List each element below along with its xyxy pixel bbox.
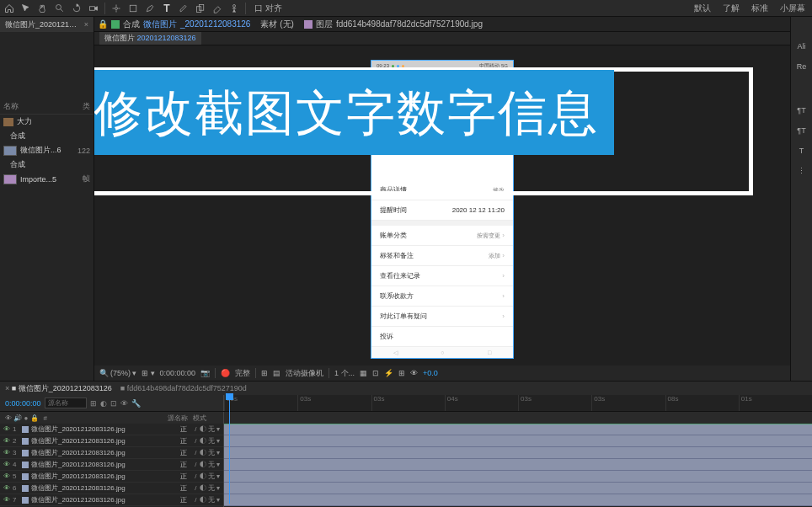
layer-bar[interactable] xyxy=(224,447,812,459)
text-icon[interactable]: T xyxy=(799,147,804,155)
pixel-aspect-button[interactable]: ⊡ xyxy=(372,369,379,377)
visibility-icon[interactable]: 👁 xyxy=(3,425,10,433)
snap-toggle[interactable]: 口 对齐 xyxy=(251,3,286,14)
timeline-layer[interactable]: 👁1微信图片_20201212083126.jpg正/◐ 无 ▾ xyxy=(0,424,223,435)
paragraph-icon[interactable]: ¶T xyxy=(797,106,805,115)
layer-color-icon[interactable] xyxy=(22,473,29,480)
hand-tool-icon[interactable] xyxy=(37,3,49,14)
pen-icon[interactable]: / xyxy=(195,472,196,480)
workspace-learn[interactable]: 了解 xyxy=(719,3,743,14)
layer-mode[interactable]: 正 xyxy=(180,472,192,481)
pen-icon[interactable]: / xyxy=(195,449,196,456)
timeline-layer[interactable]: 👁6微信图片_20201212083126.jpg正/◐ 无 ▾ xyxy=(0,483,223,494)
layer-color-icon[interactable] xyxy=(22,426,29,433)
pen-icon[interactable]: / xyxy=(195,496,196,504)
footage-viewer-tab[interactable]: 图层 fdd614b498daf78d2dc5df7527190d.jpg xyxy=(304,19,483,30)
workspace-small-screen[interactable]: 小屏幕 xyxy=(777,3,809,14)
rotate-tool-icon[interactable] xyxy=(71,3,83,14)
layer-viewer-tab[interactable]: 素材 (无) xyxy=(260,19,293,30)
snapshot-button[interactable]: 📷 xyxy=(200,369,210,377)
blend-dropdown[interactable]: ◐ 无 ▾ xyxy=(200,448,220,457)
magnification-dropdown[interactable]: 🔍 (75%) ▾ xyxy=(99,369,136,377)
home-icon[interactable] xyxy=(3,3,15,14)
visibility-icon[interactable]: 👁 xyxy=(3,437,10,445)
layer-mode[interactable]: 正 xyxy=(180,436,192,446)
layer-search-input[interactable] xyxy=(45,398,87,408)
timeline-tab[interactable]: × ■ 微信图片_20201212083126 xyxy=(5,383,112,394)
timeline-layer[interactable]: 👁7微信图片_20201212083126.jpg正/◐ 无 ▾ xyxy=(0,494,223,506)
zoom-tool-icon[interactable] xyxy=(54,3,66,14)
layer-mode[interactable]: 正 xyxy=(180,495,192,504)
project-item[interactable]: Importe...5帧 xyxy=(0,172,93,186)
visibility-icon[interactable]: 👁 xyxy=(3,472,10,480)
layer-color-icon[interactable] xyxy=(22,462,29,468)
timeline-toggle-icon[interactable]: 🔧 xyxy=(131,399,141,408)
guides-button[interactable]: ▤ xyxy=(273,369,280,377)
workspace-standard[interactable]: 标准 xyxy=(748,3,772,14)
blend-dropdown[interactable]: ◐ 无 ▾ xyxy=(200,472,220,481)
brush-tool-icon[interactable] xyxy=(178,3,190,14)
timeline-tracks[interactable] xyxy=(223,424,812,507)
puppet-tool-icon[interactable] xyxy=(228,3,240,14)
right-tab-align[interactable]: Ali xyxy=(797,42,805,51)
3d-button[interactable]: 👁 xyxy=(410,369,418,377)
layer-color-icon[interactable] xyxy=(22,497,29,504)
right-tab-repeat[interactable]: Re xyxy=(797,62,807,71)
grid-button[interactable]: ⊞ xyxy=(261,369,268,377)
playhead[interactable] xyxy=(229,395,230,504)
work-area-bar[interactable] xyxy=(224,424,812,424)
exposure-control[interactable]: +0.0 xyxy=(423,369,438,377)
project-item[interactable]: 大力 xyxy=(0,115,93,129)
composition-canvas[interactable]: 09:23 中国移动 5G 商品详情 修改 提醒时间 2020 12 12 11… xyxy=(94,45,790,366)
timeline-layer[interactable]: 👁5微信图片_20201212083126.jpg正/◐ 无 ▾ xyxy=(0,471,223,483)
layer-bar[interactable] xyxy=(224,471,812,483)
layer-bar[interactable] xyxy=(224,435,812,447)
visibility-icon[interactable]: 👁 xyxy=(3,496,10,504)
project-item[interactable]: 合成 xyxy=(0,129,93,143)
layer-bar[interactable] xyxy=(224,483,812,494)
timeline-toggle-icon[interactable]: ◐ xyxy=(100,399,107,408)
time-display[interactable]: 0:00:00:00 xyxy=(160,369,196,377)
current-time[interactable]: 0:00:00:00 xyxy=(5,399,41,408)
timeline-ruler[interactable]: 05s 03s 03s 04s 03s 03s 08s 01s xyxy=(223,395,812,411)
visibility-icon[interactable]: 👁 xyxy=(3,449,10,456)
clone-tool-icon[interactable] xyxy=(195,3,206,14)
timeline-toggle-icon[interactable]: ⊞ xyxy=(90,399,97,408)
close-icon[interactable]: × xyxy=(84,20,88,29)
transparency-button[interactable]: ⊞ xyxy=(398,369,405,377)
blend-dropdown[interactable]: ◐ 无 ▾ xyxy=(200,424,220,434)
timeline-toggle-icon[interactable]: ⊡ xyxy=(110,399,117,408)
shape-tool-icon[interactable] xyxy=(127,3,139,14)
comp-viewer-tab[interactable]: 🔒 合成 微信图片 _20201212083126 xyxy=(98,19,250,30)
timeline-layer[interactable]: 👁2微信图片_20201212083126.jpg正/◐ 无 ▾ xyxy=(0,435,223,447)
layer-bar[interactable] xyxy=(224,424,812,435)
pen-icon[interactable]: / xyxy=(195,437,196,445)
blend-dropdown[interactable]: ◐ 无 ▾ xyxy=(200,460,220,469)
timeline-layer[interactable]: 👁4微信图片_20201212083126.jpg正/◐ 无 ▾ xyxy=(0,459,223,471)
eraser-tool-icon[interactable] xyxy=(211,3,223,14)
selection-tool-icon[interactable] xyxy=(20,3,32,14)
layer-bar[interactable] xyxy=(224,459,812,471)
sub-tab[interactable]: 微信图片 20201212083126 xyxy=(99,32,201,45)
timeline-layer[interactable]: 👁3微信图片_20201212083126.jpg正/◐ 无 ▾ xyxy=(0,447,223,459)
character-icon[interactable]: ¶T xyxy=(797,126,805,135)
pen-tool-icon[interactable] xyxy=(144,3,156,14)
layer-color-icon[interactable] xyxy=(22,485,29,492)
layer-mode[interactable]: 正 xyxy=(180,460,192,469)
channel-button[interactable]: 🔴 xyxy=(221,369,230,377)
view-count[interactable]: 1 个... xyxy=(334,368,355,379)
timeline-tab[interactable]: ■ fdd614b498daf78d2dc5df7527190d xyxy=(120,384,247,392)
layer-color-icon[interactable] xyxy=(22,450,29,456)
project-tab[interactable]: 微信图片_20201212083126 × xyxy=(0,17,93,32)
visibility-icon[interactable]: 👁 xyxy=(3,461,10,468)
project-item[interactable]: 微信图片...6122 xyxy=(0,143,93,157)
resolution-dropdown[interactable]: ⊞ ▾ xyxy=(142,369,155,377)
workspace-default[interactable]: 默认 xyxy=(691,3,714,14)
visibility-icon[interactable]: 👁 xyxy=(3,484,10,492)
resolution-label[interactable]: 完整 xyxy=(235,368,250,379)
layer-bar[interactable] xyxy=(224,494,812,506)
layer-color-icon[interactable] xyxy=(22,438,29,445)
camera-dropdown[interactable]: 活动摄像机 xyxy=(286,368,323,379)
layer-mode[interactable]: 正 xyxy=(180,448,192,457)
blend-dropdown[interactable]: ◐ 无 ▾ xyxy=(200,483,220,493)
